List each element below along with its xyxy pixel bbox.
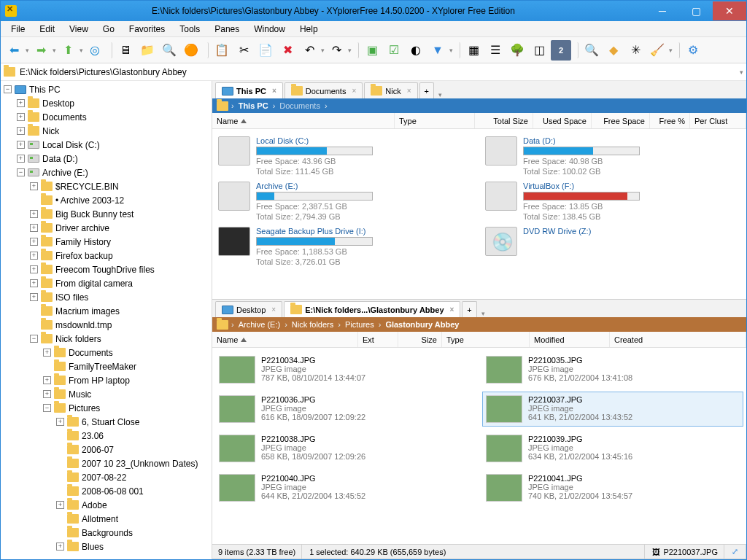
expander-icon[interactable]: − <box>30 335 38 343</box>
file-item[interactable]: P2210037.JPGJPEG image641 KB, 21/02/2004… <box>482 392 743 427</box>
tree-item[interactable]: 2006-07 <box>1 443 212 456</box>
crumb-nick-folders[interactable]: Nick folders <box>290 320 335 329</box>
menu-favorites[interactable]: Favorites <box>123 23 171 36</box>
status-expand-icon[interactable]: ⤢ <box>726 545 746 559</box>
drives-view[interactable]: Local Disk (C:)Free Space: 43.96 GBTotal… <box>212 129 746 299</box>
expander-icon[interactable] <box>56 487 64 495</box>
file-item[interactable]: P2210035.JPGJPEG image676 KB, 21/02/2004… <box>482 352 743 387</box>
top-column-header[interactable]: Name Type Total Size Used Space Free Spa… <box>212 113 746 129</box>
paste-button[interactable]: 📄 <box>255 40 276 61</box>
new-tab-button[interactable]: + <box>419 82 434 98</box>
expander-icon[interactable]: + <box>17 127 25 135</box>
drive-card[interactable]: Data (D:)Free Space: 40.98 GBTotal Size:… <box>485 136 740 176</box>
tree-item[interactable]: −Pictures <box>1 401 212 415</box>
tree-item[interactable]: +6, Stuart Close <box>1 415 212 429</box>
find-button[interactable]: 🔍 <box>581 40 602 61</box>
expander-icon[interactable] <box>30 321 38 329</box>
file-item[interactable]: P2210038.JPGJPEG image658 KB, 18/09/2007… <box>215 431 476 466</box>
minimize-button[interactable]: ─ <box>646 1 679 20</box>
menu-help[interactable]: Help <box>294 23 324 36</box>
bottom-breadcrumb[interactable]: › Archive (E:)› Nick folders› Pictures› … <box>212 317 746 332</box>
new-tab-button[interactable]: + <box>462 301 476 317</box>
tree-item[interactable]: −Nick folders <box>1 332 212 346</box>
tree-item[interactable]: +Desktop <box>1 96 212 110</box>
tree-item[interactable]: +Blues <box>1 540 212 553</box>
check-button[interactable]: ☑ <box>384 40 404 61</box>
expander-icon[interactable] <box>56 446 64 454</box>
tab-close-icon[interactable]: × <box>352 87 356 95</box>
tree-item[interactable]: Backgrounds <box>1 526 212 540</box>
file-item[interactable]: P2210041.JPGJPEG image740 KB, 21/02/2004… <box>482 470 743 505</box>
copy-button[interactable]: 📋 <box>212 40 232 61</box>
up-button[interactable]: ⬆ <box>58 40 78 61</box>
address-dropdown-icon[interactable]: ▾ <box>740 69 743 76</box>
tree-item[interactable]: +Data (D:) <box>1 152 212 166</box>
redo-button[interactable]: ↷ <box>326 40 347 61</box>
tab[interactable]: Desktop× <box>215 301 282 317</box>
expander-icon[interactable]: − <box>43 404 51 412</box>
tree-item[interactable]: +Local Disk (C:) <box>1 138 212 152</box>
new-folder-button[interactable]: 📁 <box>137 40 158 61</box>
menu-view[interactable]: View <box>63 23 94 36</box>
expander-icon[interactable]: + <box>17 99 25 107</box>
tree-item[interactable]: +$RECYCLE.BIN <box>1 179 212 193</box>
expander-icon[interactable] <box>56 529 64 537</box>
file-item[interactable]: P2210034.JPGJPEG image787 KB, 08/10/2014… <box>215 352 476 387</box>
tab-close-icon[interactable]: × <box>450 306 454 314</box>
titlebar[interactable]: E:\Nick folders\Pictures\Glastonbury Abb… <box>1 1 746 21</box>
expander-icon[interactable]: + <box>56 501 64 509</box>
settings-button[interactable]: ⚙ <box>683 40 703 61</box>
tree-item[interactable]: +Nick <box>1 124 212 138</box>
target-button[interactable]: ◎ <box>85 40 105 61</box>
filter-button[interactable]: ▼ <box>427 40 448 61</box>
crumb-this-pc[interactable]: This PC <box>237 101 270 110</box>
tree-item[interactable]: +Adobe <box>1 498 212 512</box>
expander-icon[interactable]: + <box>30 238 38 246</box>
tree-item[interactable]: +Driver archive <box>1 221 212 235</box>
expander-icon[interactable]: + <box>17 155 25 163</box>
file-item[interactable]: P2210039.JPGJPEG image634 KB, 21/02/2004… <box>482 431 743 466</box>
tree-item[interactable]: +ISO files <box>1 290 212 304</box>
tree-item[interactable]: msdownld.tmp <box>1 318 212 332</box>
tree-item[interactable]: 2008-06-08 001 <box>1 484 212 498</box>
tree-item[interactable]: Allotment <box>1 512 212 526</box>
expander-icon[interactable] <box>43 362 51 370</box>
back-button[interactable]: ⬅ <box>4 40 24 61</box>
crumb-archive[interactable]: Archive (E:) <box>237 320 282 329</box>
computer-icon[interactable]: 🖥 <box>115 40 136 61</box>
crumb-documents[interactable]: Documents <box>278 101 322 110</box>
tree-item[interactable]: +Family History <box>1 235 212 249</box>
view-details-button[interactable]: ☰ <box>485 40 506 61</box>
expander-icon[interactable]: + <box>30 279 38 287</box>
expander-icon[interactable]: + <box>43 376 51 384</box>
expander-icon[interactable] <box>30 307 38 315</box>
panes-button[interactable]: ◫ <box>529 40 549 61</box>
tab[interactable]: Nick× <box>364 82 417 98</box>
top-breadcrumb[interactable]: › This PC › Documents › <box>212 98 746 113</box>
tab-dropdown-icon[interactable]: ▾ <box>481 310 485 317</box>
view-large-button[interactable]: ▦ <box>463 40 484 61</box>
tree-item[interactable]: −Archive (E:) <box>1 166 212 179</box>
crumb-pictures[interactable]: Pictures <box>344 320 376 329</box>
tree-item[interactable]: +From HP laptop <box>1 373 212 387</box>
menu-tools[interactable]: Tools <box>174 23 206 36</box>
forward-button[interactable]: ➡ <box>31 40 51 61</box>
tree-item[interactable]: +Firefox backup <box>1 249 212 262</box>
menu-window[interactable]: Window <box>248 23 291 36</box>
expander-icon[interactable]: + <box>43 349 51 357</box>
expander-icon[interactable]: + <box>30 293 38 301</box>
expander-icon[interactable]: + <box>17 141 25 149</box>
delete-button[interactable]: ✖ <box>277 40 298 61</box>
menu-panes[interactable]: Panes <box>209 23 245 36</box>
file-item[interactable]: P2210036.JPGJPEG image616 KB, 18/09/2007… <box>215 392 476 427</box>
tree-item[interactable]: +From digital camera <box>1 276 212 290</box>
expander-icon[interactable] <box>56 459 64 467</box>
expander-icon[interactable] <box>56 432 64 440</box>
color-icon[interactable]: ✳ <box>625 40 646 61</box>
expander-icon[interactable]: + <box>30 252 38 260</box>
folder-tree[interactable]: −This PC+Desktop+Documents+Nick+Local Di… <box>1 81 212 559</box>
menu-edit[interactable]: Edit <box>34 23 61 36</box>
tag-button[interactable]: ◆ <box>603 40 624 61</box>
tree-item[interactable]: +Big Buck Bunny test <box>1 207 212 221</box>
tab-close-icon[interactable]: × <box>271 306 276 314</box>
